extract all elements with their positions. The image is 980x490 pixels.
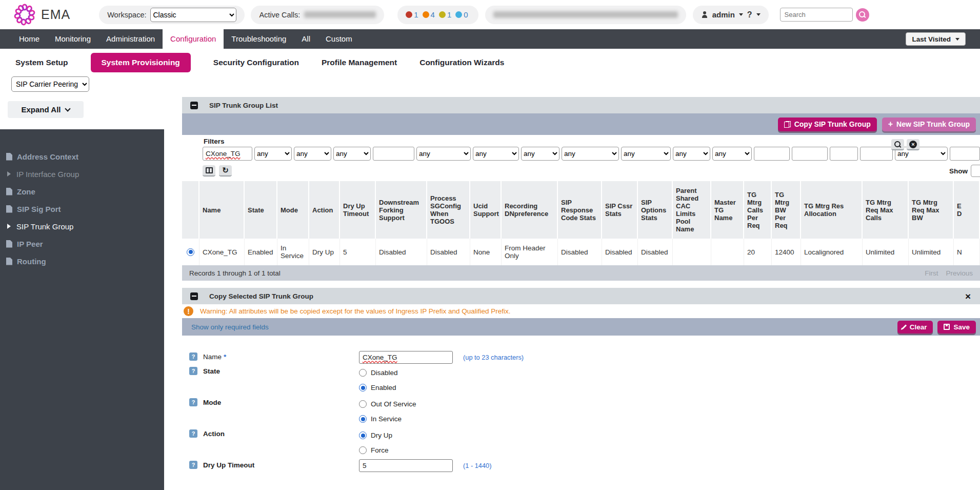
filter-select-10[interactable]: any: [673, 147, 710, 161]
filter-input-0[interactable]: CXone_TG: [203, 147, 252, 161]
radio-button[interactable]: [359, 384, 367, 391]
copy-sip-trunk-group-button[interactable]: Copy SIP Trunk Group: [778, 117, 877, 131]
clear-button[interactable]: Clear: [897, 321, 933, 334]
close-icon[interactable]: ×: [965, 291, 971, 301]
column-header-e-d[interactable]: E D: [954, 181, 980, 239]
filter-select-3[interactable]: any: [333, 147, 371, 161]
column-header-mode[interactable]: Mode: [277, 181, 309, 239]
name-input[interactable]: CXone_TG: [359, 351, 453, 364]
column-header-parent-shared-cac-limits-pool-name[interactable]: Parent Shared CAC Limits Pool Name: [673, 181, 711, 239]
tab-system-setup[interactable]: System Setup: [15, 58, 68, 67]
search-input[interactable]: [780, 8, 853, 22]
column-header-sip-cssr-stats[interactable]: SIP Cssr Stats: [602, 181, 638, 239]
sidebar-item-ip-peer[interactable]: IP Peer: [0, 235, 164, 252]
context-select[interactable]: SIP Carrier Peering: [11, 76, 89, 92]
column-header-ucid-support[interactable]: Ucid Support: [470, 181, 502, 239]
collapse-icon[interactable]: [190, 102, 198, 109]
column-selector-button[interactable]: [203, 165, 215, 177]
column-header-tg-mtrg-req-max-calls[interactable]: TG Mtrg Req Max Calls: [863, 181, 909, 239]
help-icon[interactable]: ?: [189, 461, 197, 469]
sidebar-item-sip-trunk-group[interactable]: SIP Trunk Group: [0, 218, 164, 235]
tab-profile-management[interactable]: Profile Management: [322, 58, 397, 67]
caret-right-icon[interactable]: [7, 171, 11, 177]
tab-configuration-wizards[interactable]: Configuration Wizards: [419, 58, 504, 67]
radio-button[interactable]: [359, 446, 367, 454]
column-header-master-tg-name[interactable]: Master TG Name: [711, 181, 744, 239]
filter-input-13[interactable]: [792, 147, 828, 161]
column-header-action[interactable]: Action: [309, 181, 340, 239]
clear-filter-button[interactable]: ×: [907, 139, 919, 150]
filter-select-2[interactable]: any: [294, 147, 331, 161]
show-required-link[interactable]: Show only required fields: [191, 323, 269, 331]
state-option-disabled[interactable]: Disabled: [359, 365, 398, 380]
chevron-down-icon[interactable]: [739, 13, 743, 16]
admin-pill[interactable]: admin ?: [693, 6, 769, 24]
column-header-tg-mtrg-bw-per-req[interactable]: TG Mtrg BW Per Req: [772, 181, 801, 239]
filter-input-15[interactable]: [860, 147, 893, 161]
filter-select-7[interactable]: any: [521, 147, 559, 161]
dry_up_timeout-input[interactable]: 5: [359, 459, 453, 472]
nav-item-administration[interactable]: Administration: [98, 29, 163, 49]
tab-system-provisioning[interactable]: System Provisioning: [91, 53, 191, 72]
action-option-force[interactable]: Force: [359, 443, 392, 458]
sidebar-item-ip-interface-group[interactable]: IP Interface Group: [0, 165, 164, 183]
help-button[interactable]: ?: [747, 10, 752, 19]
help-icon[interactable]: ?: [189, 398, 197, 406]
expand-all-button[interactable]: Expand All: [8, 101, 84, 118]
filter-input-14[interactable]: [830, 147, 858, 161]
nav-item-troubleshooting[interactable]: Troubleshooting: [224, 29, 294, 49]
column-header-state[interactable]: State: [245, 181, 277, 239]
column-header-name[interactable]: Name: [199, 181, 245, 239]
column-header-downstream-forking-support[interactable]: Downstream Forking Support: [376, 181, 427, 239]
pager-previous[interactable]: Previous: [946, 269, 973, 277]
column-header-tg-mtrg-req-max-bw[interactable]: TG Mtrg Req Max BW: [909, 181, 954, 239]
show-count-select[interactable]: [971, 165, 980, 177]
nav-item-home[interactable]: Home: [11, 29, 47, 49]
filter-select-8[interactable]: any: [562, 147, 619, 161]
pager-first[interactable]: First: [925, 269, 938, 277]
filter-select-11[interactable]: any: [712, 147, 752, 161]
row-radio[interactable]: [187, 248, 194, 256]
workspace-select[interactable]: Classic: [150, 8, 236, 22]
state-option-enabled[interactable]: Enabled: [359, 380, 398, 395]
column-header-recording-dnpreference[interactable]: Recording DNpreference: [502, 181, 558, 239]
action-option-dry-up[interactable]: Dry Up: [359, 428, 392, 443]
sidebar-item-routing[interactable]: Routing: [0, 252, 164, 270]
column-header-sip-response-code-stats[interactable]: SIP Response Code Stats: [558, 181, 602, 239]
save-button[interactable]: Save: [937, 321, 976, 334]
filter-select-5[interactable]: any: [416, 147, 471, 161]
column-header-sip-options-stats[interactable]: SIP Options Stats: [638, 181, 673, 239]
help-icon[interactable]: ?: [189, 429, 197, 438]
mode-option-out-of-service[interactable]: Out Of Service: [359, 397, 416, 411]
refresh-button[interactable]: ↻: [219, 165, 232, 177]
column-header-process-sgconfig-when-tgoos[interactable]: Process SGConfig When TGOOS: [427, 181, 470, 239]
nav-item-monitoring[interactable]: Monitoring: [47, 29, 98, 49]
sidebar-item-zone[interactable]: Zone: [0, 183, 164, 200]
sidebar-item-address-context[interactable]: Address Context: [0, 148, 164, 165]
filter-select-1[interactable]: any: [254, 147, 292, 161]
mode-option-in-service[interactable]: In Service: [359, 411, 416, 426]
new-sip-trunk-group-button[interactable]: + New SIP Trunk Group: [882, 117, 976, 131]
filter-input-17[interactable]: [950, 147, 980, 161]
column-header-dry-up-timeout[interactable]: Dry Up Timeout: [340, 181, 376, 239]
chevron-down-icon[interactable]: [756, 13, 761, 16]
caret-right-icon[interactable]: [7, 224, 11, 229]
radio-button[interactable]: [359, 432, 367, 439]
radio-button[interactable]: [359, 400, 367, 408]
filter-input-12[interactable]: [754, 147, 790, 161]
help-icon[interactable]: ?: [189, 367, 197, 375]
apply-filter-button[interactable]: [891, 139, 904, 150]
column-header-tg-mtrg-res-allocation[interactable]: TG Mtrg Res Allocation: [801, 181, 863, 239]
tab-security-configuration[interactable]: Security Configuration: [213, 58, 299, 67]
filter-select-6[interactable]: any: [473, 147, 519, 161]
radio-button[interactable]: [359, 369, 367, 377]
column-header-select[interactable]: [182, 181, 199, 239]
filter-input-4[interactable]: [373, 147, 414, 161]
column-header-tg-mtrg-calls-per-req[interactable]: TG Mtrg Calls Per Req: [744, 181, 772, 239]
nav-item-all[interactable]: All: [294, 29, 318, 49]
collapse-icon[interactable]: [190, 292, 198, 300]
last-visited-button[interactable]: Last Visited: [906, 32, 966, 46]
search-button[interactable]: [856, 8, 869, 22]
nav-item-custom[interactable]: Custom: [318, 29, 360, 49]
radio-button[interactable]: [359, 415, 367, 423]
